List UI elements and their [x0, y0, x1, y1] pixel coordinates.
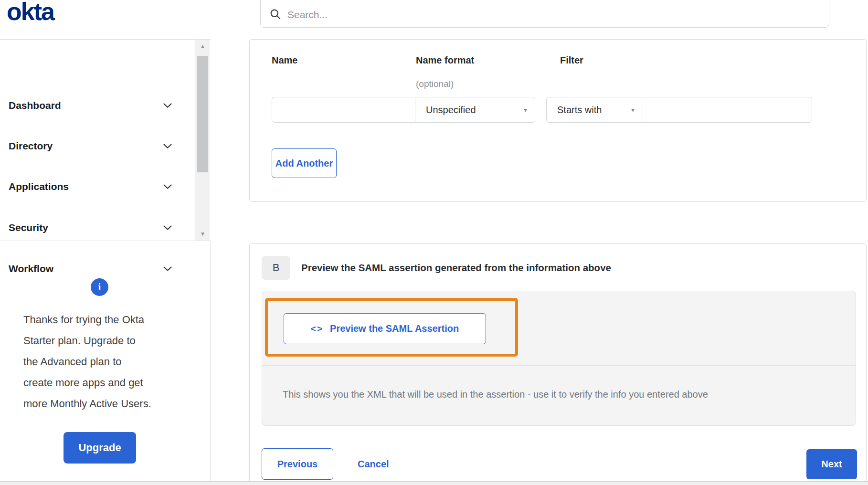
search-input[interactable] — [287, 9, 765, 21]
step-b-badge: B — [262, 256, 290, 280]
previous-button[interactable]: Previous — [262, 448, 333, 480]
info-icon: i — [91, 278, 108, 296]
search-icon — [269, 8, 282, 21]
attribute-statements-card: Name Name format (optional) Filter Unspe… — [249, 39, 867, 202]
sidebar-item-applications[interactable]: Applications — [0, 176, 191, 197]
sidebar-item-directory[interactable]: Directory — [0, 136, 191, 157]
preview-panel-upper: <> Preview the SAML Assertion — [262, 291, 856, 366]
attribute-name-input[interactable] — [272, 97, 415, 123]
sidebar-item-label: Dashboard — [9, 100, 61, 111]
filter-operator-select[interactable]: Starts with ▾ — [546, 97, 642, 123]
preview-help-text: This shows you the XML that will be used… — [283, 389, 708, 400]
sidebar-scrollbar[interactable]: ▲ ▼ — [195, 40, 210, 241]
sidebar-nav: Dashboard Directory Applications Securit… — [0, 39, 211, 241]
preview-section-heading: Preview the SAML assertion generated fro… — [301, 262, 611, 274]
dropdown-arrow-icon: ▾ — [631, 106, 635, 114]
upsell-line: Starter plan. Upgrade to — [23, 330, 191, 351]
okta-logo: okta — [7, 0, 54, 26]
sidebar-item-dashboard[interactable]: Dashboard — [0, 95, 191, 116]
sidebar-item-label: Directory — [9, 140, 53, 152]
preview-saml-assertion-button[interactable]: <> Preview the SAML Assertion — [284, 313, 486, 344]
upsell-line: more Monthly Active Users. — [23, 393, 191, 414]
filter-column-label: Filter — [560, 55, 583, 66]
okta-admin-page: okta Dashboard Directory Applications Se… — [0, 0, 868, 485]
name-column-label: Name — [272, 55, 297, 66]
sidebar-item-workflow[interactable]: Workflow — [0, 258, 191, 279]
preview-panel: <> Preview the SAML Assertion This shows… — [262, 291, 856, 426]
dropdown-arrow-icon: ▾ — [524, 106, 527, 114]
code-icon: <> — [311, 324, 323, 334]
next-button[interactable]: Next — [806, 449, 857, 479]
add-another-button[interactable]: Add Another — [272, 148, 337, 178]
scroll-up-icon[interactable]: ▲ — [195, 41, 210, 52]
chevron-down-icon — [163, 144, 172, 149]
filter-value-input[interactable] — [642, 97, 812, 123]
scrollbar-thumb[interactable] — [197, 56, 208, 172]
sidebar-item-label: Workflow — [9, 263, 53, 274]
upsell-line: create more apps and get — [23, 372, 191, 393]
upsell-line: Thanks for trying the Okta — [23, 309, 191, 330]
preview-saml-card: B Preview the SAML assertion generated f… — [249, 243, 867, 481]
name-format-selected-value: Unspecified — [426, 105, 476, 116]
name-format-column-label: Name format — [416, 55, 474, 66]
global-search[interactable] — [260, 0, 829, 28]
chevron-down-icon — [163, 266, 172, 272]
name-format-select[interactable]: Unspecified ▾ — [415, 97, 535, 123]
upsell-line: the Advanced plan to — [23, 351, 191, 372]
sidebar-item-label: Applications — [9, 181, 69, 192]
sidebar-item-label: Security — [9, 222, 48, 233]
optional-note: (optional) — [416, 79, 454, 89]
scroll-down-icon[interactable]: ▼ — [195, 228, 210, 240]
chevron-down-icon — [163, 184, 172, 190]
upgrade-button[interactable]: Upgrade — [64, 432, 136, 464]
upsell-message: Thanks for trying the Okta Starter plan.… — [23, 309, 191, 414]
cancel-button[interactable]: Cancel — [350, 448, 397, 480]
chevron-down-icon — [163, 103, 172, 108]
filter-operator-selected-value: Starts with — [557, 105, 602, 116]
viewport-bottom-edge — [0, 481, 868, 485]
sidebar-item-security[interactable]: Security — [0, 217, 191, 238]
chevron-down-icon — [163, 225, 172, 231]
preview-button-label: Preview the SAML Assertion — [330, 323, 459, 334]
